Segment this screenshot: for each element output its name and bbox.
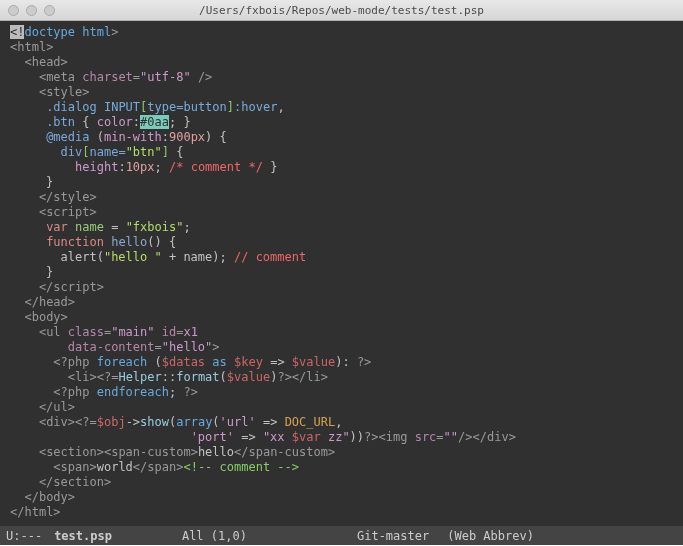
modeline-file: test.psp bbox=[54, 529, 112, 543]
code-editor[interactable]: <!doctype html> <html> <head> <meta char… bbox=[0, 21, 683, 526]
window-titlebar: /Users/fxbois/Repos/web-mode/tests/test.… bbox=[0, 0, 683, 21]
mode-line: U:--- test.psp All (1,0) Git-master (Web… bbox=[0, 526, 683, 545]
window-title: /Users/fxbois/Repos/web-mode/tests/test.… bbox=[0, 4, 683, 17]
modeline-modes: (Web Abbrev) bbox=[447, 529, 534, 543]
modeline-encoding: U:--- bbox=[6, 529, 42, 543]
cursor: <! bbox=[10, 25, 24, 39]
modeline-vc: Git-master bbox=[357, 529, 429, 543]
modeline-position: All (1,0) bbox=[182, 529, 247, 543]
